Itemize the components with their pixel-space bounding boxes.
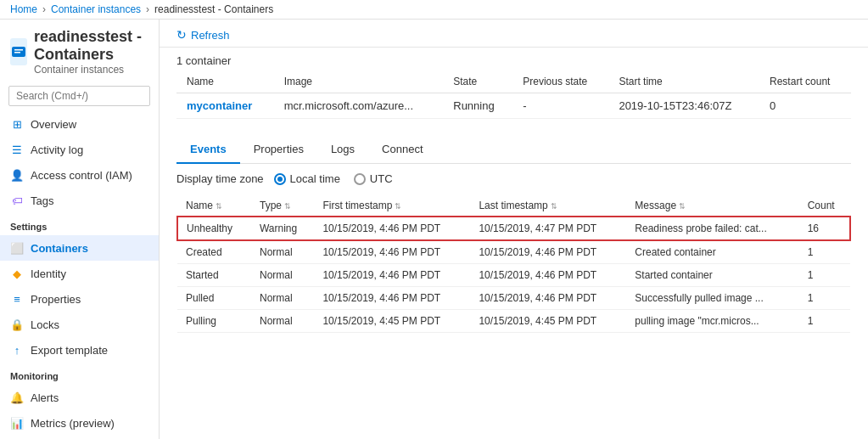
events-col-first-timestamp[interactable]: First timestamp⇅: [314, 195, 470, 217]
sidebar-item-identity[interactable]: ◆ Identity: [0, 261, 159, 286]
container-start-time: 2019-10-15T23:46:07Z: [608, 93, 759, 119]
container-state: Running: [443, 93, 512, 119]
monitoring-section-label: Monitoring: [0, 363, 159, 385]
svg-rect-2: [14, 52, 20, 53]
sidebar-item-properties[interactable]: ≡ Properties: [0, 286, 159, 312]
sidebar-subtitle: Container instances: [34, 64, 148, 76]
refresh-icon: ↻: [176, 28, 187, 42]
event-row: Pulled Normal 10/15/2019, 4:46 PM PDT 10…: [177, 287, 850, 310]
container-name[interactable]: mycontainer: [176, 93, 274, 119]
tab-properties[interactable]: Properties: [240, 136, 317, 164]
main-toolbar: ↻ Refresh: [160, 20, 868, 48]
sort-icon: ⇅: [551, 202, 557, 211]
event-count: 1: [799, 240, 850, 264]
col-prev-state: Previous state: [512, 70, 608, 93]
search-input[interactable]: [8, 86, 150, 106]
container-image: mcr.microsoft.com/azure...: [274, 93, 444, 119]
event-first-ts: 10/15/2019, 4:46 PM PDT: [314, 264, 470, 287]
event-last-ts: 10/15/2019, 4:46 PM PDT: [470, 264, 626, 287]
breadcrumb-container-instances[interactable]: Container instances: [51, 3, 141, 15]
radio-local-time[interactable]: Local time: [274, 172, 340, 185]
event-name: Created: [177, 240, 251, 264]
box-icon: ⬜: [10, 241, 24, 255]
sidebar-item-export-template[interactable]: ↑ Export template: [0, 337, 159, 363]
event-first-ts: 10/15/2019, 4:46 PM PDT: [314, 287, 470, 310]
sidebar-item-tags[interactable]: 🏷 Tags: [0, 188, 159, 213]
event-type: Warning: [251, 217, 314, 240]
col-restart-count: Restart count: [759, 70, 851, 93]
tag-icon: 🏷: [10, 194, 24, 207]
event-message: pulling image "mcr.micros...: [626, 310, 798, 333]
main-content: ↻ Refresh 1 container Name Image State P…: [160, 20, 868, 439]
sidebar-item-iam[interactable]: 👤 Access control (IAM): [0, 162, 159, 188]
event-last-ts: 10/15/2019, 4:46 PM PDT: [470, 240, 626, 264]
timezone-row: Display time zone Local time UTC: [160, 164, 868, 190]
radio-local-circle: [274, 173, 286, 185]
event-type: Normal: [251, 264, 314, 287]
event-row: Created Normal 10/15/2019, 4:46 PM PDT 1…: [177, 240, 850, 264]
sort-icon: ⇅: [216, 202, 222, 211]
event-last-ts: 10/15/2019, 4:47 PM PDT: [470, 217, 626, 240]
event-message: Created container: [626, 240, 798, 264]
tabs: EventsPropertiesLogsConnect: [176, 136, 851, 164]
container-table-wrapper: Name Image State Previous state Start ti…: [160, 70, 868, 119]
sidebar-item-metrics[interactable]: 📊 Metrics (preview): [0, 410, 159, 436]
sidebar-item-overview[interactable]: ⊞ Overview: [0, 111, 159, 137]
lock-icon: 🔒: [10, 318, 24, 331]
events-table: Name⇅Type⇅First timestamp⇅Last timestamp…: [176, 195, 851, 333]
event-type: Normal: [251, 287, 314, 310]
tab-events[interactable]: Events: [176, 136, 240, 164]
tab-connect[interactable]: Connect: [368, 136, 436, 164]
events-col-name[interactable]: Name⇅: [177, 195, 251, 217]
breadcrumb-home[interactable]: Home: [10, 3, 37, 15]
event-count: 16: [799, 217, 850, 240]
col-name: Name: [176, 70, 274, 93]
event-first-ts: 10/15/2019, 4:46 PM PDT: [314, 217, 470, 240]
sidebar-item-alerts[interactable]: 🔔 Alerts: [0, 385, 159, 410]
breadcrumb: Home › Container instances › readinesste…: [0, 0, 868, 20]
container-prev-state: -: [512, 93, 608, 119]
events-col-count: Count: [799, 195, 850, 217]
id-icon: ◆: [10, 267, 24, 280]
breadcrumb-current: readinesstest - Containers: [154, 3, 273, 15]
sort-icon: ⇅: [679, 202, 686, 211]
list-icon: ☰: [10, 143, 24, 156]
sidebar-item-activity-log[interactable]: ☰ Activity log: [0, 137, 159, 162]
support-section-label: Support + troubleshooting: [0, 436, 159, 439]
event-type: Normal: [251, 310, 314, 333]
sidebar-header: readinesstest - Containers Container ins…: [0, 20, 159, 81]
timezone-radio-group: Local time UTC: [274, 172, 393, 185]
event-row: Pulling Normal 10/15/2019, 4:45 PM PDT 1…: [177, 310, 850, 333]
sidebar-item-containers[interactable]: ⬜ Containers: [0, 235, 159, 261]
container-table: Name Image State Previous state Start ti…: [176, 70, 851, 119]
grid-icon: ⊞: [10, 117, 24, 131]
col-start-time: Start time: [608, 70, 759, 93]
sidebar-item-locks[interactable]: 🔒 Locks: [0, 312, 159, 337]
refresh-button[interactable]: ↻ Refresh: [176, 28, 230, 42]
event-first-ts: 10/15/2019, 4:46 PM PDT: [314, 240, 470, 264]
event-row: Unhealthy Warning 10/15/2019, 4:46 PM PD…: [177, 217, 850, 240]
event-message: Started container: [626, 264, 798, 287]
radio-utc[interactable]: UTC: [354, 172, 393, 185]
tab-logs[interactable]: Logs: [317, 136, 368, 164]
sidebar: readinesstest - Containers Container ins…: [0, 20, 160, 439]
bell-icon: 🔔: [10, 391, 24, 404]
events-col-last-timestamp[interactable]: Last timestamp⇅: [470, 195, 626, 217]
event-count: 1: [799, 287, 850, 310]
event-name: Started: [177, 264, 251, 287]
event-first-ts: 10/15/2019, 4:45 PM PDT: [314, 310, 470, 333]
person-icon: 👤: [10, 168, 24, 182]
sort-icon: ⇅: [284, 202, 291, 211]
event-message: Successfully pulled image ...: [626, 287, 798, 310]
event-row: Started Normal 10/15/2019, 4:46 PM PDT 1…: [177, 264, 850, 287]
event-type: Normal: [251, 240, 314, 264]
event-last-ts: 10/15/2019, 4:46 PM PDT: [470, 287, 626, 310]
settings-section-label: Settings: [0, 213, 159, 235]
tabs-section: EventsPropertiesLogsConnect: [160, 126, 868, 164]
sort-icon: ⇅: [395, 202, 401, 211]
events-col-message[interactable]: Message⇅: [626, 195, 798, 217]
events-col-type[interactable]: Type⇅: [251, 195, 314, 217]
sidebar-search-wrapper: [0, 81, 159, 111]
export-icon: ↑: [10, 343, 24, 357]
sidebar-title: readinesstest - Containers: [34, 28, 148, 64]
